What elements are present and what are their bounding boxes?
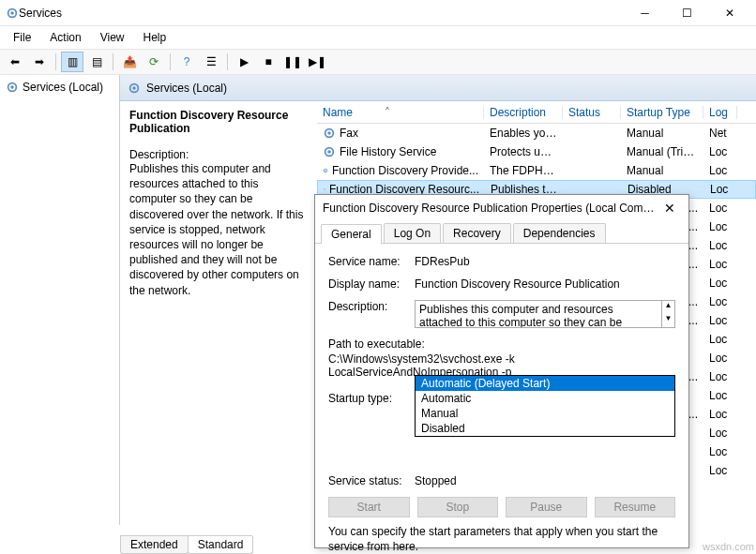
start-button[interactable]: Start [328, 497, 410, 517]
dialog-titlebar: Function Discovery Resource Publication … [315, 195, 688, 221]
service-logon: Loc [703, 333, 737, 346]
col-startup-type[interactable]: Startup Type [621, 106, 703, 119]
close-button[interactable]: ✕ [708, 0, 750, 26]
scroll-down-icon[interactable]: ▼ [662, 314, 674, 327]
back-button[interactable]: ⬅ [4, 52, 26, 72]
stop-button[interactable]: Stop [417, 497, 499, 517]
service-logon: Loc [703, 352, 737, 365]
menu-file[interactable]: File [6, 29, 38, 46]
service-gear-icon [323, 164, 328, 177]
svg-point-11 [325, 170, 325, 171]
service-startup: Manual [621, 164, 703, 177]
export-button[interactable]: 📤 [118, 52, 141, 72]
dialog-title: Function Discovery Resource Publication … [323, 202, 658, 215]
svg-point-1 [10, 11, 14, 15]
service-logon: Loc [703, 370, 737, 383]
service-name: Fax [340, 127, 358, 140]
service-desc: Enables you... [484, 127, 563, 140]
service-properties-dialog: Function Discovery Resource Publication … [314, 194, 689, 548]
service-startup: Manual (Trig... [621, 145, 703, 158]
service-desc: The FDPHO... [484, 164, 563, 177]
service-logon: Net [703, 127, 737, 140]
forward-button[interactable]: ➡ [28, 52, 51, 72]
service-logon: Loc [703, 145, 737, 158]
tree-root-services-local[interactable]: Services (Local) [0, 79, 119, 96]
service-status-value: Stopped [415, 474, 675, 487]
tab-dependencies[interactable]: Dependencies [513, 223, 606, 243]
menu-bar: File Action View Help [0, 26, 756, 49]
service-logon: Loc [703, 314, 737, 327]
option-automatic-delayed[interactable]: Automatic (Delayed Start) [416, 376, 674, 391]
service-row[interactable]: FaxEnables you...ManualNet [317, 124, 756, 142]
service-name: File History Service [340, 145, 436, 158]
col-logon[interactable]: Log [703, 106, 737, 119]
service-name: Function Discovery Provide... [332, 164, 478, 177]
minimize-button[interactable]: ─ [624, 0, 666, 26]
pause-service-button[interactable]: ❚❚ [281, 52, 304, 72]
dialog-close-button[interactable]: ✕ [658, 201, 681, 216]
refresh-button[interactable]: ⟳ [143, 52, 165, 72]
pane-header-title: Services (Local) [146, 82, 227, 95]
description-textarea[interactable]: Publishes this computer and resources at… [415, 300, 662, 328]
col-status[interactable]: Status [563, 106, 621, 119]
toolbar: ⬅ ➡ ▥ ▤ 📤 ⟳ ? ☰ ▶ ■ ❚❚ ▶❚ [0, 49, 756, 75]
tab-logon[interactable]: Log On [384, 223, 441, 243]
svg-point-9 [327, 150, 331, 154]
path-label: Path to executable: [328, 337, 675, 351]
tab-standard[interactable]: Standard [188, 536, 254, 554]
service-startup: Manual [621, 127, 703, 140]
show-hide-action-button[interactable]: ▤ [85, 52, 108, 72]
service-logon: Loc [703, 295, 737, 308]
toolbar-separator [170, 53, 171, 70]
menu-help[interactable]: Help [136, 29, 174, 46]
service-row[interactable]: File History ServiceProtects use...Manua… [317, 142, 756, 161]
tab-recovery[interactable]: Recovery [443, 223, 511, 243]
toolbar-separator [227, 53, 228, 70]
option-manual[interactable]: Manual [416, 406, 674, 421]
dialog-body: Service name: FDResPub Display name: Fun… [315, 244, 688, 554]
pause-button[interactable]: Pause [506, 497, 587, 517]
menu-action[interactable]: Action [42, 29, 88, 46]
option-disabled[interactable]: Disabled [416, 421, 674, 436]
toolbar-separator [55, 53, 56, 70]
resume-button[interactable]: Resume [595, 497, 676, 517]
restart-service-button[interactable]: ▶❚ [306, 52, 328, 72]
service-logon: Loc [703, 220, 737, 233]
description-text: Publishes this computer and resources at… [129, 161, 308, 298]
col-name[interactable]: Name˄ [317, 106, 484, 119]
option-automatic[interactable]: Automatic [416, 391, 674, 406]
selected-service-title: Function Discovery Resource Publication [129, 109, 308, 135]
service-logon: Loc [703, 258, 737, 271]
service-name-label: Service name: [328, 255, 415, 268]
menu-view[interactable]: View [93, 29, 132, 46]
help-button[interactable]: ? [175, 52, 198, 72]
services-icon [6, 81, 19, 94]
start-params-hint: You can specify the start parameters tha… [328, 525, 675, 554]
start-service-button[interactable]: ▶ [233, 52, 255, 72]
properties-button[interactable]: ☰ [200, 52, 222, 72]
service-gear-icon [323, 127, 336, 140]
window-titlebar: Services ─ ☐ ✕ [0, 0, 756, 26]
scroll-up-icon[interactable]: ▲ [662, 301, 674, 314]
service-row[interactable]: Function Discovery Provide...The FDPHO..… [317, 161, 756, 180]
sort-up-icon: ˄ [385, 106, 390, 119]
window-title: Services [19, 7, 624, 20]
svg-point-3 [10, 85, 14, 89]
dialog-tabs: General Log On Recovery Dependencies [315, 221, 688, 244]
col-description[interactable]: Description [484, 106, 563, 119]
service-logon: Loc [703, 277, 737, 290]
service-desc: Protects use... [484, 145, 563, 158]
service-logon: Loc [703, 445, 737, 458]
services-icon [128, 82, 141, 95]
description-label: Description: [129, 148, 308, 161]
maximize-button[interactable]: ☐ [666, 0, 708, 26]
show-hide-console-button[interactable]: ▥ [61, 52, 83, 72]
svg-point-7 [327, 131, 331, 135]
service-logon: Loc [703, 464, 737, 477]
tab-general[interactable]: General [321, 224, 382, 244]
service-logon: Loc [703, 164, 737, 177]
service-status-label: Service status: [328, 474, 415, 487]
stop-service-button[interactable]: ■ [257, 52, 280, 72]
tree-root-label: Services (Local) [23, 81, 103, 94]
tab-extended[interactable]: Extended [120, 536, 189, 554]
